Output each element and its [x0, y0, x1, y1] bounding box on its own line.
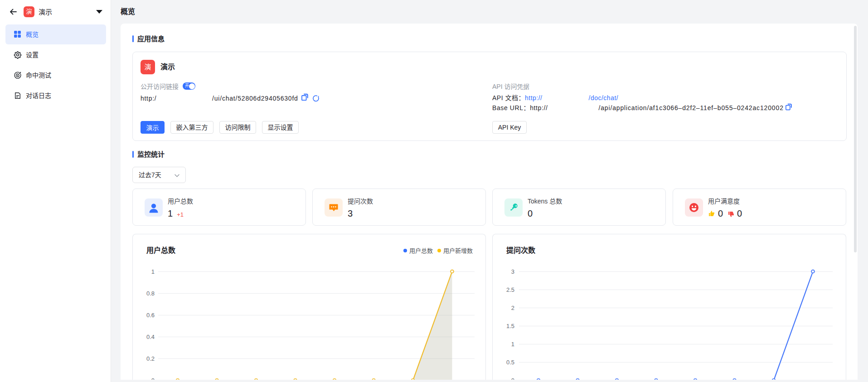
svg-text:1: 1: [151, 268, 155, 275]
svg-text:0.6: 0.6: [146, 312, 155, 319]
svg-text:1.5: 1.5: [506, 323, 514, 329]
svg-text:2.5: 2.5: [506, 286, 514, 293]
svg-text:0.8: 0.8: [146, 290, 155, 297]
svg-text:0.2: 0.2: [146, 355, 155, 362]
svg-text:1: 1: [511, 341, 514, 348]
svg-text:0.5: 0.5: [506, 359, 514, 366]
svg-text:2: 2: [511, 305, 514, 311]
svg-text:3: 3: [511, 268, 514, 275]
svg-text:0: 0: [511, 377, 514, 380]
svg-text:0: 0: [151, 377, 155, 380]
svg-text:0.4: 0.4: [146, 334, 155, 340]
